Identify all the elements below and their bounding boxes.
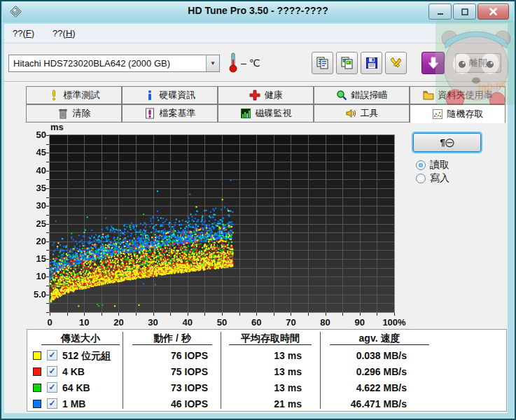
- x-axis-tick: [342, 313, 343, 316]
- x-axis-tick-label: 80: [310, 317, 341, 328]
- radio-write[interactable]: 寫入: [416, 172, 449, 185]
- maximize-button[interactable]: [453, 4, 476, 20]
- title-bar: HD Tune Pro 3.50 - ????-????: [3, 1, 513, 22]
- x-axis-tick: [67, 313, 68, 316]
- file-benchmark-icon: [144, 108, 155, 119]
- radio-read[interactable]: 讀取: [416, 159, 449, 172]
- series-checkbox[interactable]: ✓: [47, 350, 57, 360]
- x-axis-tick-label: 10: [69, 317, 99, 328]
- tab-disk-info[interactable]: 硬碟資訊: [122, 86, 218, 104]
- x-axis-tick: [326, 313, 326, 316]
- series-checkbox[interactable]: ✓: [47, 382, 57, 393]
- start-button[interactable]: ¶㊀: [413, 133, 481, 152]
- copy-image-button[interactable]: [336, 52, 358, 74]
- x-axis-tick: [136, 313, 137, 316]
- series-color-swatch: [33, 351, 41, 360]
- header-transfer-size: 傳送大小: [41, 332, 120, 345]
- tab-folder-usage[interactable]: 資料夾使用率: [410, 86, 505, 104]
- header-avg-access-time: 平均存取時間: [229, 332, 312, 345]
- y-axis-tick: [46, 224, 49, 225]
- drive-select-dropdown[interactable]: Hitachi HDS723020BLA642 (2000 GB) ▼: [8, 55, 220, 72]
- y-axis-tick-label: 25: [24, 218, 46, 229]
- random-access-scatter-plot: [49, 134, 395, 313]
- y-axis-tick: [46, 303, 49, 304]
- series-color-swatch: [33, 368, 41, 376]
- minimize-button[interactable]: [428, 4, 452, 20]
- download-arrow-icon: [426, 56, 440, 70]
- y-axis-tick: [46, 295, 49, 295]
- x-axis-tick-label: 50: [207, 317, 237, 328]
- y-axis-tick: [46, 144, 49, 145]
- y-axis-tick-label: 40: [24, 165, 46, 176]
- x-axis-tick: [50, 313, 50, 316]
- x-axis-tick-label: 100%: [379, 317, 410, 328]
- close-icon: [489, 7, 498, 16]
- series-color-swatch: [33, 384, 41, 392]
- x-axis-tick: [170, 313, 171, 316]
- close-button[interactable]: [477, 4, 509, 20]
- y-axis-tick: [46, 286, 49, 286]
- x-axis-tick: [377, 313, 377, 316]
- tab-tools[interactable]: 工具: [314, 104, 410, 122]
- radio-read-indicator: [416, 160, 426, 170]
- x-axis-tick: [239, 313, 240, 316]
- disk-monitor-icon: [240, 108, 251, 119]
- tab-file-benchmark[interactable]: 檔案基準: [122, 104, 218, 122]
- copy-text-button[interactable]: [312, 52, 333, 74]
- y-axis-tick: [46, 259, 49, 260]
- folder-icon: [423, 90, 434, 101]
- x-axis-tick: [360, 313, 361, 316]
- tab-disk-monitor[interactable]: 磁碟監視: [218, 104, 314, 122]
- y-axis-tick: [46, 179, 49, 180]
- y-axis-tick-label: 5.0: [24, 289, 46, 300]
- x-axis-tick-label: 0: [34, 317, 65, 328]
- y-axis-tick: [46, 241, 49, 242]
- x-axis-tick: [222, 313, 223, 316]
- x-axis-tick-label: 20: [103, 317, 134, 328]
- y-axis-tick-label: 20: [24, 236, 46, 246]
- series-checkbox[interactable]: ✓: [47, 366, 57, 377]
- tab-erase[interactable]: 清除: [26, 104, 122, 122]
- exit-button[interactable]: 離開: [455, 53, 501, 73]
- x-axis-tick: [308, 313, 309, 316]
- y-axis-tick: [46, 215, 49, 216]
- y-axis-tick: [46, 197, 49, 198]
- tab-health[interactable]: 健康: [218, 86, 314, 104]
- y-axis-tick-label: 45: [24, 147, 46, 158]
- series-color-swatch: [33, 400, 41, 408]
- thermometer-icon: [228, 52, 238, 73]
- save-button[interactable]: [361, 52, 382, 74]
- exclamation-icon: [48, 90, 60, 101]
- results-table: 傳送大小 動作 / 秒 平均存取時間 agv. 速度 ✓ 512 位元組 76 …: [27, 329, 507, 412]
- options-button[interactable]: [385, 52, 407, 74]
- x-axis-tick-label: 40: [172, 317, 203, 328]
- table-row: ✓ 1 MB 46 IOPS 21 ms 46.471 MB/s: [27, 396, 506, 412]
- tab-error-scan[interactable]: 錯誤掃瞄: [314, 86, 410, 104]
- random-access-icon: [432, 108, 443, 120]
- temperature-readout: – ℃: [241, 57, 260, 69]
- menu-item-file[interactable]: ??(F): [13, 28, 34, 38]
- minimize-icon: [436, 8, 445, 16]
- x-axis-tick: [291, 313, 291, 316]
- x-axis-tick: [256, 313, 257, 316]
- y-axis-unit-label: ms: [50, 122, 64, 132]
- x-axis-tick: [84, 313, 85, 316]
- y-axis-tick: [46, 312, 49, 313]
- table-row: ✓ 4 KB 75 IOPS 13 ms 0.296 MB/s: [27, 364, 506, 379]
- tab-random-access[interactable]: 隨機存取: [410, 104, 505, 123]
- speaker-icon: [345, 108, 356, 119]
- download-button[interactable]: [421, 52, 445, 74]
- menu-item-help[interactable]: ??(H): [53, 28, 76, 38]
- drive-select-value: Hitachi HDS723020BLA642 (2000 GB): [9, 58, 206, 69]
- series-checkbox[interactable]: ✓: [47, 398, 57, 409]
- table-row: ✓ 512 位元組 76 IOPS 13 ms 0.038 MB/s: [27, 348, 506, 363]
- y-axis-tick: [46, 162, 49, 162]
- y-axis-tick-label: 15: [24, 253, 46, 264]
- x-axis-tick-label: 30: [138, 317, 169, 328]
- menu-bar: ??(F) ??(H): [4, 24, 508, 43]
- y-axis-tick-label: 50: [24, 130, 46, 140]
- y-axis-tick: [46, 276, 49, 277]
- x-axis-tick-label: 90: [344, 317, 375, 328]
- tab-standard-test[interactable]: 標準測試: [26, 86, 122, 104]
- y-axis-tick: [46, 188, 49, 189]
